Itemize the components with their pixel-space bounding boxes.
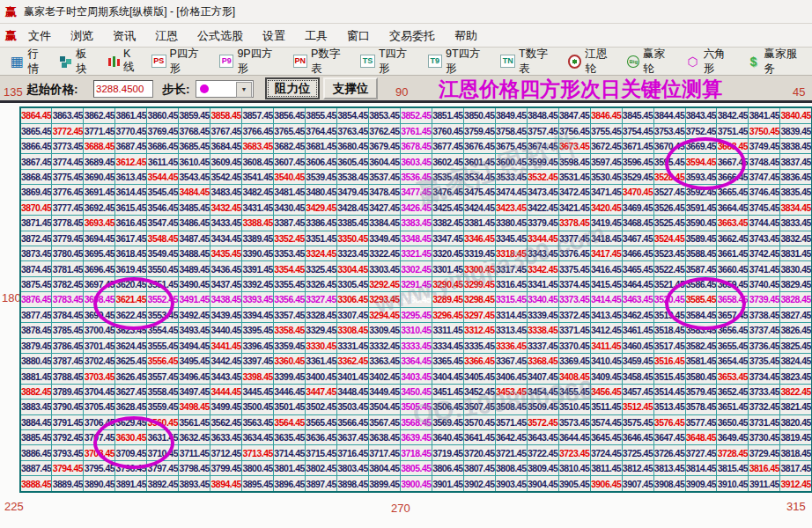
price-cell-3513.45: 3513.45 [653, 400, 685, 414]
price-cell-3647.45: 3647.45 [653, 430, 685, 445]
step-dropdown[interactable]: ▼ [196, 80, 254, 98]
price-cell-3461.45: 3461.45 [622, 323, 653, 338]
price-cell-3829.45: 3829.45 [780, 276, 812, 291]
price-cell-3677.45: 3677.45 [432, 139, 463, 154]
price-cell-3482.45: 3482.45 [242, 185, 274, 200]
toolbar-button-K线[interactable]: K线 [102, 46, 146, 77]
price-cell-3402.45: 3402.45 [368, 369, 400, 384]
price-cell-3506.45: 3506.45 [432, 400, 463, 414]
price-cell-3363.45: 3363.45 [368, 353, 400, 368]
price-cell-3770.45: 3770.45 [115, 123, 147, 138]
price-cell-3318.45: 3318.45 [495, 246, 527, 260]
price-cell-3842.45: 3842.45 [717, 107, 749, 123]
price-cell-3751.45: 3751.45 [717, 123, 749, 138]
toolbar-button-P数字表[interactable]: PNP数字表 [288, 45, 356, 78]
price-cell-3415.45: 3415.45 [590, 276, 622, 291]
price-cell-3607.45: 3607.45 [274, 154, 306, 169]
menu-item-交易委托[interactable]: 交易委托 [380, 26, 445, 45]
start-price-label: 起始价格: [26, 82, 78, 98]
price-cell-3473.45: 3473.45 [527, 185, 558, 200]
price-cell-3880.45: 3880.45 [20, 353, 52, 368]
dropdown-arrow-icon[interactable]: ▼ [236, 82, 252, 98]
toolbar-label: T四方形 [379, 47, 417, 77]
support-button[interactable]: 支撑位 [323, 77, 378, 99]
price-cell-3352.45: 3352.45 [274, 231, 306, 246]
toolbar-button-P四方形[interactable]: PSP四方形 [146, 45, 214, 78]
price-cell-3439.45: 3439.45 [210, 307, 242, 322]
price-cell-3384.45: 3384.45 [368, 216, 400, 231]
price-cell-3865.45: 3865.45 [20, 123, 52, 138]
price-cell-3600.45: 3600.45 [495, 154, 527, 169]
toolbar-label: 江恩轮 [585, 47, 616, 77]
price-cell-3469.45: 3469.45 [622, 200, 653, 215]
price-cell-3540.45: 3540.45 [274, 169, 306, 184]
menu-item-公式选股[interactable]: 公式选股 [188, 26, 253, 45]
toolbar-button-江恩轮[interactable]: 江恩轮 [563, 45, 623, 78]
toolbar-button-赢家轮[interactable]: Big赢家轮 [622, 45, 680, 78]
gann-square-area: 3864.453863.453862.453861.453860.453859.… [19, 106, 812, 493]
toolbar-button-T数字表[interactable]: TNT数字表 [495, 45, 562, 78]
toolbar-button-9P四方形[interactable]: P99P四方形 [214, 45, 288, 78]
price-cell-3716.45: 3716.45 [337, 445, 369, 460]
menu-item-窗口[interactable]: 窗口 [337, 26, 380, 45]
price-cell-3433.45: 3433.45 [210, 216, 242, 231]
price-cell-3635.45: 3635.45 [274, 430, 306, 445]
toolbar-button-六角形[interactable]: ⬡六角形 [680, 45, 741, 78]
price-cell-3481.45: 3481.45 [274, 185, 306, 200]
price-cell-3888.45: 3888.45 [20, 476, 52, 492]
price-cell-3499.45: 3499.45 [210, 400, 242, 414]
price-cell-3332.45: 3332.45 [368, 338, 400, 353]
title-bar: 赢 赢家老子时空周期系统[纵横版] - [价格正方形] [0, 0, 812, 24]
price-cell-3863.45: 3863.45 [52, 107, 84, 123]
angle-label-315: 315 [786, 500, 806, 513]
price-cell-3323.45: 3323.45 [337, 246, 369, 260]
menu-item-帮助[interactable]: 帮助 [445, 26, 487, 45]
menu-item-江恩[interactable]: 江恩 [145, 26, 188, 45]
price-cell-3761.45: 3761.45 [400, 123, 432, 138]
price-cell-3475.45: 3475.45 [463, 185, 495, 200]
price-cell-3516.45: 3516.45 [653, 353, 685, 368]
price-cell-3785.45: 3785.45 [52, 323, 84, 338]
menu-item-资讯[interactable]: 资讯 [103, 26, 145, 45]
price-cell-3892.45: 3892.45 [147, 476, 179, 492]
price-cell-3451.45: 3451.45 [432, 384, 463, 399]
menu-item-工具[interactable]: 工具 [295, 26, 337, 45]
toolbar-button-T四方形[interactable]: TST四方形 [355, 45, 422, 78]
price-cell-3547.45: 3547.45 [147, 216, 179, 231]
price-cell-3346.45: 3346.45 [463, 231, 495, 246]
start-price-input[interactable] [93, 80, 153, 98]
toolbar-button-9T四方形[interactable]: T99T四方形 [423, 45, 496, 78]
app-logo-icon: 赢 [4, 5, 18, 18]
price-cell-3872.45: 3872.45 [20, 231, 52, 246]
price-cell-3340.45: 3340.45 [527, 292, 558, 307]
menu-item-设置[interactable]: 设置 [253, 26, 295, 45]
toolbar-button-赢家服务[interactable]: $赢家服务 [741, 45, 812, 78]
price-cell-3887.45: 3887.45 [20, 460, 52, 475]
price-cell-3556.45: 3556.45 [147, 353, 179, 368]
price-cell-3735.45: 3735.45 [749, 353, 780, 368]
price-cell-3851.45: 3851.45 [432, 107, 463, 123]
price-cell-3790.45: 3790.45 [52, 400, 84, 414]
price-cell-3502.45: 3502.45 [306, 400, 337, 414]
price-cell-3589.45: 3589.45 [685, 231, 717, 246]
price-cell-3832.45: 3832.45 [780, 231, 812, 246]
price-cell-3397.45: 3397.45 [242, 353, 274, 368]
price-cell-3310.45: 3310.45 [400, 323, 432, 338]
menu-item-文件[interactable]: 文件 [18, 26, 61, 45]
price-cell-3581.45: 3581.45 [685, 353, 717, 368]
price-cell-3693.45: 3693.45 [84, 216, 115, 231]
toolbar-button-板块[interactable]: 板块 [55, 45, 103, 78]
price-cell-3529.45: 3529.45 [622, 169, 653, 184]
price-cell-3389.45: 3389.45 [242, 231, 274, 246]
price-cell-3784.45: 3784.45 [52, 307, 84, 322]
price-cell-3449.45: 3449.45 [368, 384, 400, 399]
price-cell-3843.45: 3843.45 [685, 107, 717, 123]
menu-item-浏览[interactable]: 浏览 [61, 26, 103, 45]
price-cell-3657.45: 3657.45 [717, 307, 749, 322]
price-cell-3711.45: 3711.45 [179, 445, 210, 460]
resistance-button[interactable]: 阻力位 [265, 77, 320, 99]
toolbar-label: 赢家服务 [764, 47, 807, 77]
toolbar-button-行情[interactable]: ▦行情 [4, 45, 55, 78]
price-cell-3663.45: 3663.45 [717, 216, 749, 231]
price-cell-3655.45: 3655.45 [717, 338, 749, 353]
